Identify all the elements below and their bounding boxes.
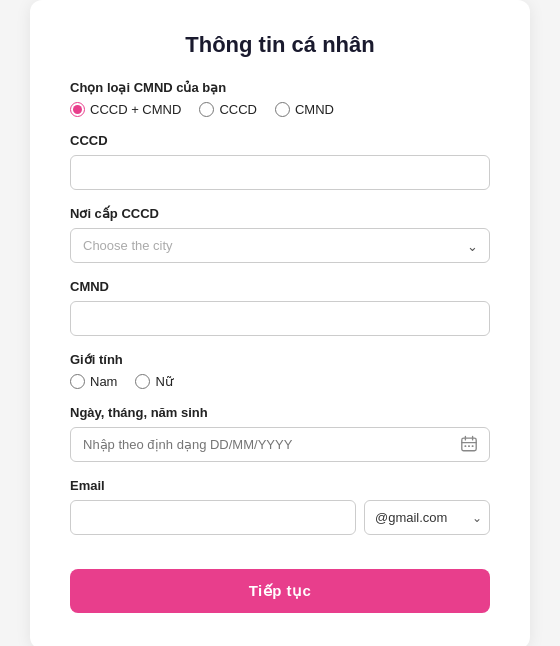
- id-type-label: Chọn loại CMND của bạn: [70, 80, 490, 95]
- id-type-group: Chọn loại CMND của bạn CCCD + CMND CCCD …: [70, 80, 490, 117]
- radio-cccd-cmnd[interactable]: CCCD + CMND: [70, 102, 181, 117]
- email-input[interactable]: [70, 500, 356, 535]
- radio-input-cmnd[interactable]: [275, 102, 290, 117]
- email-domain-select[interactable]: @gmail.com @yahoo.com @hotmail.com @outl…: [364, 500, 490, 535]
- noi-cap-group: Nơi cấp CCCD Choose the city Hà Nội TP. …: [70, 206, 490, 263]
- cmnd-group: CMND: [70, 279, 490, 336]
- radio-label-cmnd: CMND: [295, 102, 334, 117]
- submit-button[interactable]: Tiếp tục: [70, 569, 490, 613]
- radio-input-nam[interactable]: [70, 374, 85, 389]
- form-card: Thông tin cá nhân Chọn loại CMND của bạn…: [30, 0, 530, 646]
- cccd-input[interactable]: [70, 155, 490, 190]
- gender-group: Giới tính Nam Nữ: [70, 352, 490, 389]
- id-type-radio-group: CCCD + CMND CCCD CMND: [70, 102, 490, 117]
- radio-nu[interactable]: Nữ: [135, 374, 172, 389]
- dob-label: Ngày, tháng, năm sinh: [70, 405, 490, 420]
- gender-radio-group: Nam Nữ: [70, 374, 490, 389]
- radio-label-nu: Nữ: [155, 374, 172, 389]
- city-select[interactable]: Choose the city Hà Nội TP. Hồ Chí Minh Đ…: [70, 228, 490, 263]
- gender-label: Giới tính: [70, 352, 490, 367]
- email-row: @gmail.com @yahoo.com @hotmail.com @outl…: [70, 500, 490, 535]
- email-domain-wrapper: @gmail.com @yahoo.com @hotmail.com @outl…: [364, 500, 490, 535]
- city-select-wrapper: Choose the city Hà Nội TP. Hồ Chí Minh Đ…: [70, 228, 490, 263]
- noi-cap-label: Nơi cấp CCCD: [70, 206, 490, 221]
- radio-label-nam: Nam: [90, 374, 117, 389]
- cmnd-input[interactable]: [70, 301, 490, 336]
- cmnd-label: CMND: [70, 279, 490, 294]
- dob-input-wrapper: [70, 427, 490, 462]
- page-title: Thông tin cá nhân: [70, 32, 490, 58]
- dob-input[interactable]: [70, 427, 490, 462]
- email-group: Email @gmail.com @yahoo.com @hotmail.com…: [70, 478, 490, 535]
- cccd-label: CCCD: [70, 133, 490, 148]
- radio-cccd[interactable]: CCCD: [199, 102, 257, 117]
- radio-label-cccd-cmnd: CCCD + CMND: [90, 102, 181, 117]
- radio-label-cccd: CCCD: [219, 102, 257, 117]
- cccd-group: CCCD: [70, 133, 490, 190]
- radio-input-nu[interactable]: [135, 374, 150, 389]
- radio-input-cccd[interactable]: [199, 102, 214, 117]
- radio-cmnd[interactable]: CMND: [275, 102, 334, 117]
- radio-input-cccd-cmnd[interactable]: [70, 102, 85, 117]
- email-label: Email: [70, 478, 490, 493]
- radio-nam[interactable]: Nam: [70, 374, 117, 389]
- dob-group: Ngày, tháng, năm sinh: [70, 405, 490, 462]
